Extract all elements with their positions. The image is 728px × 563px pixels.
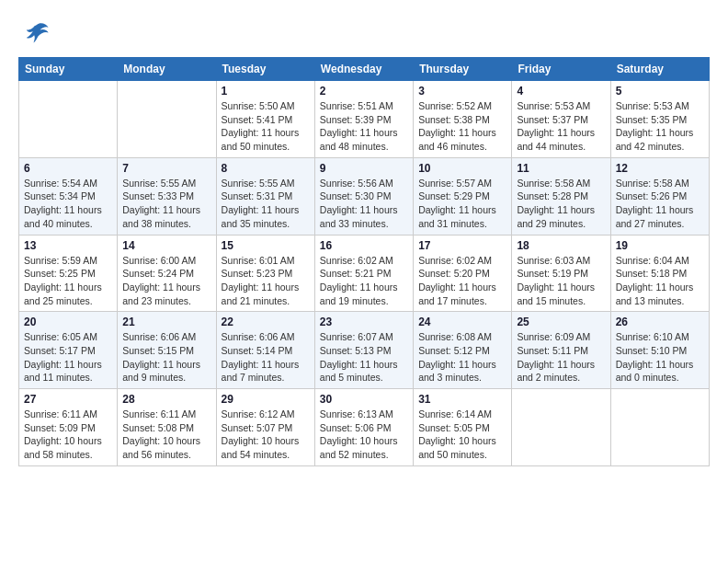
calendar-cell xyxy=(19,81,118,158)
calendar-cell: 28Sunrise: 6:11 AM Sunset: 5:08 PM Dayli… xyxy=(118,389,216,466)
calendar-cell: 11Sunrise: 5:58 AM Sunset: 5:28 PM Dayli… xyxy=(512,157,610,235)
day-info: Sunrise: 5:54 AM Sunset: 5:34 PM Dayligh… xyxy=(24,177,112,231)
calendar-cell: 19Sunrise: 6:04 AM Sunset: 5:18 PM Dayli… xyxy=(610,235,709,312)
day-of-week-header: Friday xyxy=(512,58,610,81)
day-number: 17 xyxy=(418,239,506,252)
day-info: Sunrise: 6:06 AM Sunset: 5:15 PM Dayligh… xyxy=(122,330,210,385)
calendar-cell: 24Sunrise: 6:08 AM Sunset: 5:12 PM Dayli… xyxy=(414,312,512,389)
day-info: Sunrise: 5:51 AM Sunset: 5:39 PM Dayligh… xyxy=(320,99,408,154)
calendar-cell xyxy=(512,389,610,466)
calendar-cell xyxy=(118,81,216,158)
calendar-cell: 31Sunrise: 6:14 AM Sunset: 5:05 PM Dayli… xyxy=(414,389,512,466)
calendar-cell: 6Sunrise: 5:54 AM Sunset: 5:34 PM Daylig… xyxy=(19,157,118,235)
day-number: 23 xyxy=(320,316,408,328)
day-of-week-header: Thursday xyxy=(414,58,512,81)
day-info: Sunrise: 6:07 AM Sunset: 5:13 PM Dayligh… xyxy=(320,330,408,385)
day-info: Sunrise: 6:01 AM Sunset: 5:23 PM Dayligh… xyxy=(222,254,310,308)
calendar-week-row: 20Sunrise: 6:05 AM Sunset: 5:17 PM Dayli… xyxy=(19,312,710,389)
day-info: Sunrise: 6:11 AM Sunset: 5:08 PM Dayligh… xyxy=(122,408,210,462)
day-number: 9 xyxy=(320,162,408,175)
calendar-cell: 9Sunrise: 5:56 AM Sunset: 5:30 PM Daylig… xyxy=(314,157,413,235)
day-of-week-header: Saturday xyxy=(610,58,709,81)
calendar-cell: 15Sunrise: 6:01 AM Sunset: 5:23 PM Dayli… xyxy=(216,235,314,312)
calendar-table: SundayMondayTuesdayWednesdayThursdayFrid… xyxy=(18,57,710,466)
day-info: Sunrise: 5:59 AM Sunset: 5:25 PM Dayligh… xyxy=(24,254,112,308)
calendar-cell: 14Sunrise: 6:00 AM Sunset: 5:24 PM Dayli… xyxy=(118,235,216,312)
day-info: Sunrise: 6:06 AM Sunset: 5:14 PM Dayligh… xyxy=(222,330,310,385)
day-number: 19 xyxy=(616,239,704,252)
calendar-cell: 27Sunrise: 6:11 AM Sunset: 5:09 PM Dayli… xyxy=(19,389,118,466)
day-number: 27 xyxy=(24,393,112,406)
day-of-week-header: Tuesday xyxy=(216,58,314,81)
calendar-cell: 17Sunrise: 6:02 AM Sunset: 5:20 PM Dayli… xyxy=(414,235,512,312)
day-number: 25 xyxy=(517,316,605,328)
day-number: 16 xyxy=(320,239,408,252)
calendar-header-row: SundayMondayTuesdayWednesdayThursdayFrid… xyxy=(19,58,710,81)
day-info: Sunrise: 5:53 AM Sunset: 5:35 PM Dayligh… xyxy=(616,99,704,154)
day-number: 15 xyxy=(222,239,310,252)
day-info: Sunrise: 5:56 AM Sunset: 5:30 PM Dayligh… xyxy=(320,177,408,231)
calendar-cell: 12Sunrise: 5:58 AM Sunset: 5:26 PM Dayli… xyxy=(610,157,709,235)
calendar-week-row: 6Sunrise: 5:54 AM Sunset: 5:34 PM Daylig… xyxy=(19,157,710,235)
day-number: 29 xyxy=(222,393,310,406)
day-number: 5 xyxy=(616,85,704,98)
page-header xyxy=(18,18,710,48)
calendar-week-row: 27Sunrise: 6:11 AM Sunset: 5:09 PM Dayli… xyxy=(19,389,710,466)
day-info: Sunrise: 6:00 AM Sunset: 5:24 PM Dayligh… xyxy=(122,254,210,308)
day-number: 26 xyxy=(616,316,704,328)
calendar-cell: 18Sunrise: 6:03 AM Sunset: 5:19 PM Dayli… xyxy=(512,235,610,312)
calendar-cell xyxy=(610,389,709,466)
day-number: 21 xyxy=(122,316,210,328)
day-info: Sunrise: 6:03 AM Sunset: 5:19 PM Dayligh… xyxy=(517,254,605,308)
day-number: 18 xyxy=(517,239,605,252)
calendar-cell: 3Sunrise: 5:52 AM Sunset: 5:38 PM Daylig… xyxy=(414,81,512,158)
calendar-week-row: 13Sunrise: 5:59 AM Sunset: 5:25 PM Dayli… xyxy=(19,235,710,312)
calendar-cell: 25Sunrise: 6:09 AM Sunset: 5:11 PM Dayli… xyxy=(512,312,610,389)
day-info: Sunrise: 5:57 AM Sunset: 5:29 PM Dayligh… xyxy=(418,177,506,231)
day-info: Sunrise: 6:14 AM Sunset: 5:05 PM Dayligh… xyxy=(418,408,506,462)
day-info: Sunrise: 6:10 AM Sunset: 5:10 PM Dayligh… xyxy=(616,330,704,385)
day-info: Sunrise: 6:09 AM Sunset: 5:11 PM Dayligh… xyxy=(517,330,605,385)
day-number: 6 xyxy=(24,162,112,175)
day-number: 20 xyxy=(24,316,112,328)
day-number: 24 xyxy=(418,316,506,328)
day-number: 30 xyxy=(320,393,408,406)
logo xyxy=(18,18,50,48)
day-info: Sunrise: 5:52 AM Sunset: 5:38 PM Dayligh… xyxy=(418,99,506,154)
calendar-cell: 23Sunrise: 6:07 AM Sunset: 5:13 PM Dayli… xyxy=(314,312,413,389)
day-info: Sunrise: 5:55 AM Sunset: 5:33 PM Dayligh… xyxy=(122,177,210,231)
day-of-week-header: Monday xyxy=(118,58,216,81)
day-number: 31 xyxy=(418,393,506,406)
calendar-cell: 10Sunrise: 5:57 AM Sunset: 5:29 PM Dayli… xyxy=(414,157,512,235)
day-info: Sunrise: 5:50 AM Sunset: 5:41 PM Dayligh… xyxy=(222,99,310,154)
day-number: 7 xyxy=(122,162,210,175)
day-info: Sunrise: 6:05 AM Sunset: 5:17 PM Dayligh… xyxy=(24,330,112,385)
logo-bird-icon xyxy=(24,18,50,48)
calendar-cell: 8Sunrise: 5:55 AM Sunset: 5:31 PM Daylig… xyxy=(216,157,314,235)
calendar-cell: 7Sunrise: 5:55 AM Sunset: 5:33 PM Daylig… xyxy=(118,157,216,235)
day-info: Sunrise: 5:55 AM Sunset: 5:31 PM Dayligh… xyxy=(222,177,310,231)
calendar-cell: 30Sunrise: 6:13 AM Sunset: 5:06 PM Dayli… xyxy=(314,389,413,466)
day-number: 10 xyxy=(418,162,506,175)
day-number: 13 xyxy=(24,239,112,252)
day-number: 8 xyxy=(222,162,310,175)
calendar-cell: 16Sunrise: 6:02 AM Sunset: 5:21 PM Dayli… xyxy=(314,235,413,312)
calendar-cell: 22Sunrise: 6:06 AM Sunset: 5:14 PM Dayli… xyxy=(216,312,314,389)
day-of-week-header: Wednesday xyxy=(314,58,413,81)
calendar-cell: 1Sunrise: 5:50 AM Sunset: 5:41 PM Daylig… xyxy=(216,81,314,158)
day-info: Sunrise: 6:08 AM Sunset: 5:12 PM Dayligh… xyxy=(418,330,506,385)
day-info: Sunrise: 6:02 AM Sunset: 5:20 PM Dayligh… xyxy=(418,254,506,308)
day-info: Sunrise: 6:12 AM Sunset: 5:07 PM Dayligh… xyxy=(222,408,310,462)
calendar-cell: 26Sunrise: 6:10 AM Sunset: 5:10 PM Dayli… xyxy=(610,312,709,389)
day-info: Sunrise: 5:58 AM Sunset: 5:28 PM Dayligh… xyxy=(517,177,605,231)
day-number: 2 xyxy=(320,85,408,98)
day-number: 1 xyxy=(222,85,310,98)
day-info: Sunrise: 5:58 AM Sunset: 5:26 PM Dayligh… xyxy=(616,177,704,231)
day-number: 28 xyxy=(122,393,210,406)
day-of-week-header: Sunday xyxy=(19,58,118,81)
calendar-cell: 4Sunrise: 5:53 AM Sunset: 5:37 PM Daylig… xyxy=(512,81,610,158)
calendar-cell: 2Sunrise: 5:51 AM Sunset: 5:39 PM Daylig… xyxy=(314,81,413,158)
day-number: 22 xyxy=(222,316,310,328)
calendar-cell: 13Sunrise: 5:59 AM Sunset: 5:25 PM Dayli… xyxy=(19,235,118,312)
day-number: 3 xyxy=(418,85,506,98)
